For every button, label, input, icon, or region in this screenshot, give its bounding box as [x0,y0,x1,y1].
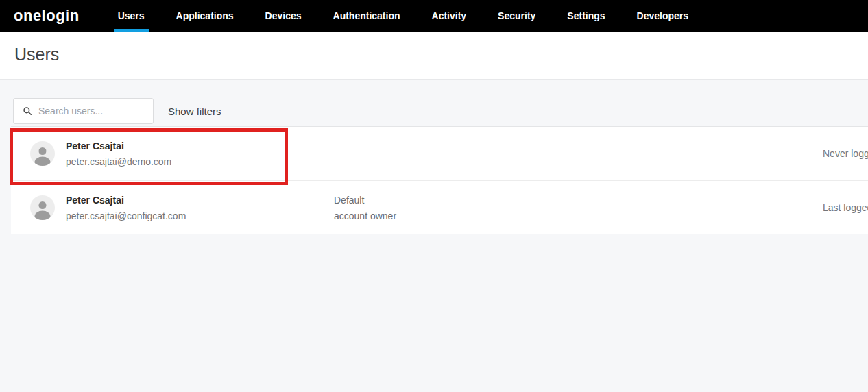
user-avatar-icon [30,195,55,220]
nav-tab-users[interactable]: Users [116,0,147,32]
user-row-1[interactable]: Peter Csajtai peter.csajtai@demo.com Nev… [11,127,868,180]
nav-tab-authentication[interactable]: Authentication [331,0,402,32]
nav-tab-developers[interactable]: Developers [635,0,690,32]
search-icon [23,106,32,116]
onelogin-logo[interactable]: onelogin [14,7,80,25]
user-group: Default [334,194,396,205]
user-last-login: Never logge [823,148,868,159]
user-name[interactable]: Peter Csajtai [66,140,171,151]
user-role: account owner [334,210,396,221]
user-list: Peter Csajtai peter.csajtai@demo.com Nev… [11,126,868,234]
nav-tab-applications[interactable]: Applications [174,0,236,32]
page-header: Users [0,32,868,80]
user-info: Peter Csajtai peter.csajtai@demo.com [66,140,171,167]
nav-tab-security[interactable]: Security [496,0,538,32]
top-nav: onelogin Users Applications Devices Auth… [0,0,868,32]
nav-tab-settings[interactable]: Settings [565,0,607,32]
user-row-2[interactable]: Peter Csajtai peter.csajtai@configcat.co… [11,180,868,234]
user-last-login: Last logged [823,202,868,213]
nav-items: Users Applications Devices Authenticatio… [116,0,718,32]
search-box[interactable] [13,98,154,124]
user-avatar-icon [30,141,55,166]
user-email: peter.csajtai@demo.com [66,156,171,167]
user-name[interactable]: Peter Csajtai [66,194,186,205]
page-title: Users [14,45,59,64]
nav-tab-devices[interactable]: Devices [263,0,304,32]
user-email: peter.csajtai@configcat.com [66,210,186,221]
user-group-role: Default account owner [334,194,396,221]
user-info: Peter Csajtai peter.csajtai@configcat.co… [66,194,186,221]
nav-tab-activity[interactable]: Activity [430,0,469,32]
show-filters-button[interactable]: Show filters [168,98,221,124]
search-input[interactable] [32,106,153,117]
